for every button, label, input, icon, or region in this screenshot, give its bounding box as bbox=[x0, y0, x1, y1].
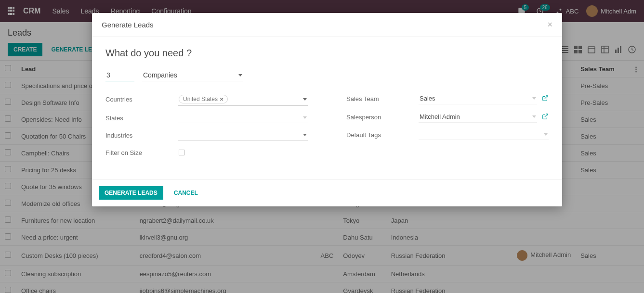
countries-input[interactable]: United States ✕ bbox=[178, 93, 308, 106]
chevron-down-icon bbox=[532, 115, 536, 118]
label-sales-team: Sales Team bbox=[346, 95, 419, 102]
label-countries: Countries bbox=[105, 96, 178, 103]
industries-input[interactable] bbox=[178, 130, 308, 140]
chevron-down-icon bbox=[303, 98, 307, 101]
label-industries: Industries bbox=[105, 132, 178, 139]
country-tag[interactable]: United States ✕ bbox=[179, 95, 228, 103]
label-salesperson: Salesperson bbox=[346, 114, 419, 121]
external-link-icon[interactable] bbox=[542, 113, 549, 121]
external-link-icon[interactable] bbox=[542, 95, 549, 103]
modal-title: Generate Leads bbox=[102, 21, 154, 29]
filter-size-field bbox=[178, 147, 308, 158]
sales-team-input[interactable]: Sales bbox=[419, 93, 537, 104]
lead-type-select[interactable]: Companies bbox=[142, 69, 243, 81]
generate-leads-submit[interactable]: Generate Leads bbox=[99, 186, 163, 200]
label-states: States bbox=[105, 115, 178, 122]
chevron-down-icon bbox=[532, 97, 536, 100]
salesperson-input[interactable]: Mitchell Admin bbox=[419, 111, 537, 123]
lead-type-label: Companies bbox=[143, 71, 238, 79]
tag-remove-icon[interactable]: ✕ bbox=[220, 97, 223, 102]
default-tags-input[interactable] bbox=[419, 129, 549, 140]
label-filter-size: Filter on Size bbox=[105, 149, 178, 156]
modal-heading: What do you need ? bbox=[105, 48, 549, 59]
chevron-down-icon bbox=[303, 116, 307, 119]
lead-count-input[interactable] bbox=[105, 69, 134, 81]
close-icon[interactable]: × bbox=[547, 20, 552, 30]
filter-size-checkbox[interactable] bbox=[179, 150, 184, 155]
label-default-tags: Default Tags bbox=[346, 131, 419, 139]
chevron-down-icon bbox=[303, 134, 307, 136]
states-input[interactable] bbox=[178, 113, 308, 123]
chevron-down-icon bbox=[238, 74, 242, 76]
generate-leads-modal: Generate Leads × What do you need ? Comp… bbox=[92, 13, 562, 206]
chevron-down-icon bbox=[544, 133, 548, 136]
cancel-button[interactable]: Cancel bbox=[168, 186, 204, 200]
